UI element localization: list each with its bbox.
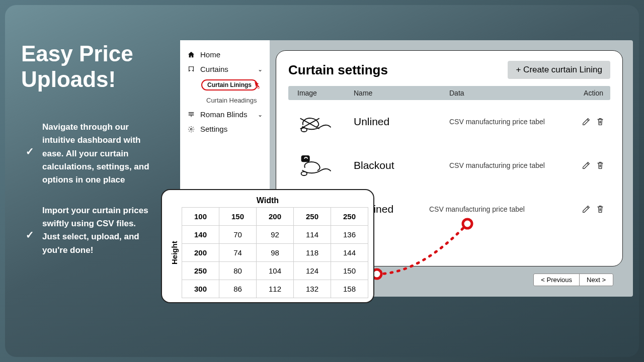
svg-point-4 [301,171,307,175]
sidebar-item-label: Settings [200,125,227,133]
csv-cell: 114 [294,226,331,244]
csv-row-header: 300 [182,280,219,298]
csv-grid: 100 150 200 250 250 140 70 92 114 136 20… [182,207,368,298]
csv-price-table: Width Height 100 150 200 250 250 140 70 … [161,189,374,303]
csv-cell: 104 [257,262,294,280]
csv-title-top: Width [167,196,368,205]
pager: < Previous Next > [533,274,613,286]
sidebar-item-home[interactable]: Home [180,47,270,62]
edit-icon[interactable] [581,117,591,127]
sidebar-item-curtain-linings[interactable]: Curtain Linings [180,76,270,94]
csv-cell: 144 [331,244,368,262]
cursor-click-icon [253,81,263,93]
csv-cell: 86 [219,280,257,298]
lining-thumb-icon [297,153,336,178]
csv-cell: 74 [219,244,257,262]
csv-col-header: 250 [294,208,331,226]
csv-row-header: 250 [182,262,219,280]
delete-icon[interactable] [595,117,605,127]
csv-col-header: 150 [219,208,257,226]
svg-rect-3 [301,155,310,162]
prev-button[interactable]: < Previous [534,274,579,286]
create-lining-button[interactable]: + Create curtain Lining [508,61,610,79]
row-name: Blackout [354,159,449,171]
row-name: Unlined [354,116,449,128]
sidebar-item-curtain-headings[interactable]: Curtain Headings [180,94,270,107]
sidebar-item-label: Curtain Linings [207,81,252,88]
chevron-down-icon: ⌄ [258,66,263,73]
row-data: CSV manufacturing price tabel [449,118,565,126]
sidebar-item-settings[interactable]: Settings [180,122,270,136]
check-icon: ✓ [24,229,35,240]
gear-icon [187,125,195,133]
table-row: Unlined CSV manufacturing price tabel [288,100,610,143]
csv-cell: 136 [331,226,368,244]
delete-icon[interactable] [595,204,605,214]
csv-cell: 92 [257,226,294,244]
csv-cell: 118 [294,244,331,262]
svg-point-2 [301,128,307,132]
csv-cell: 80 [219,262,257,280]
sidebar-item-label: Curtain Headings [206,97,257,104]
home-icon [187,51,195,59]
row-data: CSV manufacturing price tabel [429,205,565,213]
csv-cell: 158 [331,280,368,298]
column-header-image: Image [288,89,354,97]
table-row: Blackout CSV manufacturing price tabel [288,143,610,187]
panel-title: Curtain settings [288,62,388,78]
csv-cell: 70 [219,226,257,244]
column-header-action: Action [565,89,610,97]
csv-cell: 124 [294,262,331,280]
bullet-text: Import your curtain prices swiftly using… [42,204,152,257]
csv-col-header: 200 [257,208,294,226]
hero-bullets: ✓ Navigate through our intuitive dashboa… [24,121,152,274]
row-data: CSV manufacturing price tabel [449,161,565,169]
hero-title: Easy Price Uploads! [21,41,133,92]
sidebar-item-label: Home [200,50,220,59]
column-header-name: Name [354,89,449,97]
csv-col-header: 250 [331,208,368,226]
sidebar-item-label: Roman Blinds [200,110,247,119]
next-button[interactable]: Next > [579,274,613,286]
sidebar-item-curtains[interactable]: Curtains ⌄ [180,62,270,76]
csv-title-left: Height [167,207,182,298]
lining-thumb-icon [297,109,336,134]
csv-row-header: 200 [182,244,219,262]
csv-cell: 112 [257,280,294,298]
check-icon: ✓ [24,146,35,157]
csv-cell: 132 [294,280,331,298]
edit-icon[interactable] [581,204,591,214]
csv-cell: 98 [257,244,294,262]
curtains-icon [187,65,195,73]
edit-icon[interactable] [581,160,591,170]
svg-point-1 [190,128,192,130]
csv-col-header: 100 [182,208,219,226]
column-header-data: Data [449,89,565,97]
csv-cell: 150 [331,262,368,280]
csv-row-header: 140 [182,226,219,244]
bullet-text: Navigate through our intuitive dashboard… [42,121,152,187]
blinds-icon [187,111,195,119]
delete-icon[interactable] [595,160,605,170]
sidebar-item-roman-blinds[interactable]: Roman Blinds ⌄ [180,107,270,122]
table-header: Image Name Data Action [288,86,610,100]
chevron-down-icon: ⌄ [258,111,263,118]
sidebar-item-label: Curtains [200,65,228,73]
